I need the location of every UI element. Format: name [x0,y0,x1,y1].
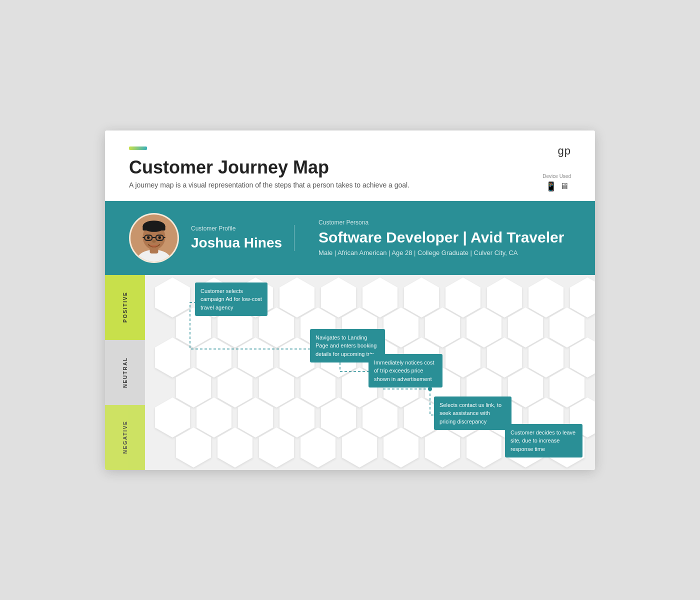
svg-point-13 [152,240,156,242]
customer-profile-label: Customer Profile [191,225,282,232]
journey-card-1: Customer selects campaign Ad for low-cos… [195,282,268,316]
mobile-icon: 📱 [546,181,556,192]
avatar [129,213,179,263]
accent-bar [129,146,147,150]
customer-name: Joshua Hines [191,235,282,251]
customer-persona-label: Customer Persona [318,219,564,226]
avatar-image [130,213,178,263]
y-axis-negative-label: NEGATIVE [122,420,128,454]
device-used-section: Device Used 📱 🖥 [542,174,571,192]
page-subtitle: A journey map is a visual representation… [129,181,571,189]
y-axis-neutral: NEUTRAL [105,340,145,405]
device-used-label: Device Used [542,174,571,179]
svg-point-12 [158,236,161,239]
chart-area: Customer selects campaign Ad for low-cos… [145,275,595,470]
customer-persona-title: Software Developer | Avid Traveler [318,229,564,246]
journey-step-5-text: Customer decides to leave site, due to i… [510,430,576,452]
device-icons: 📱 🖥 [542,181,571,192]
desktop-icon: 🖥 [560,181,568,192]
page-container: gp Customer Journey Map A journey map is… [105,130,595,470]
logo: gp [558,144,571,158]
customer-persona-details: Male | African American | Age 28 | Colle… [318,249,564,256]
svg-rect-5 [142,226,165,230]
journey-map-section: POSITIVE NEUTRAL NEGATIVE [105,275,595,470]
journey-step-3-text: Immediately notices cost of trip exceeds… [374,360,434,382]
profile-right: Customer Persona Software Developer | Av… [306,219,564,256]
journey-card-5: Customer decides to leave site, due to i… [505,424,582,458]
svg-point-11 [147,236,150,239]
profile-banner: Customer Profile Joshua Hines Customer P… [105,201,595,275]
y-axis-positive: POSITIVE [105,275,145,340]
journey-step-1-text: Customer selects campaign Ad for low-cos… [200,288,262,310]
y-axis: POSITIVE NEUTRAL NEGATIVE [105,275,145,470]
header: gp Customer Journey Map A journey map is… [105,130,595,201]
y-axis-negative: NEGATIVE [105,405,145,470]
profile-left: Customer Profile Joshua Hines [191,225,294,251]
journey-step-4-text: Selects contact us link, to seek assista… [440,402,502,424]
y-axis-neutral-label: NEUTRAL [122,357,128,388]
journey-step-2-text: Navigates to Landing Page and enters boo… [316,334,376,357]
journey-card-3: Immediately notices cost of trip exceeds… [368,354,442,388]
journey-card-4: Selects contact us link, to seek assista… [434,396,512,430]
page-title: Customer Journey Map [129,157,571,178]
y-axis-positive-label: POSITIVE [122,292,128,322]
